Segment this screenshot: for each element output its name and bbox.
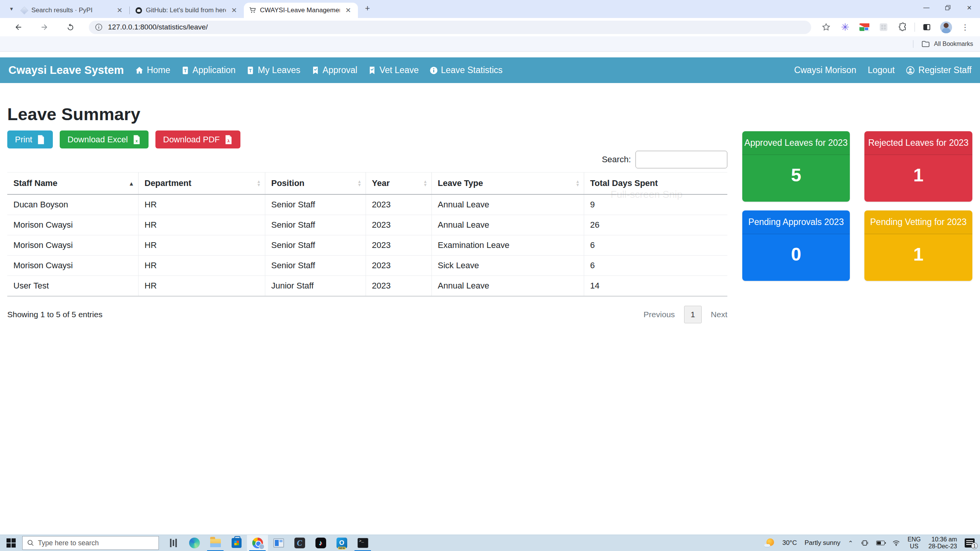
task-view-button[interactable]	[163, 535, 184, 551]
tab-leave-management[interactable]: CWAYSI-Leave Management ✕	[244, 3, 358, 18]
download-pdf-button[interactable]: Download PDF λ	[155, 130, 240, 148]
close-icon[interactable]: ✕	[115, 6, 124, 15]
column-header-department[interactable]: Department▲▼	[138, 173, 265, 194]
next-page-button[interactable]: Next	[711, 310, 727, 319]
taskbar-file-explorer[interactable]	[205, 535, 226, 551]
language-indicator[interactable]: ENGUS	[908, 536, 921, 550]
nav-item-vet-leave[interactable]: Vet Leave	[368, 65, 418, 75]
table-row[interactable]: Morison Cwaysi HR Senior Staff 2023 Exam…	[7, 235, 727, 255]
site-info-icon[interactable]	[95, 23, 103, 31]
all-bookmarks-label[interactable]: All Bookmarks	[934, 41, 973, 47]
previous-page-button[interactable]: Previous	[644, 310, 675, 319]
tab-title: GitHub: Let's build from here · G	[146, 7, 226, 14]
table-row[interactable]: Ducan Boyson HR Senior Staff 2023 Annual…	[7, 194, 727, 215]
card-value: 0	[742, 234, 850, 281]
column-header-total-days[interactable]: Total Days Spent	[584, 173, 727, 194]
extensions-puzzle-icon[interactable]	[896, 21, 909, 34]
url-text[interactable]: 127.0.0.1:8000/statistics/leave/	[108, 23, 208, 31]
cell-total-days: 6	[584, 235, 727, 255]
restore-icon[interactable]	[937, 0, 959, 15]
taskbar-search-input[interactable]	[38, 539, 145, 547]
nav-register-staff[interactable]: Register Staff	[906, 65, 972, 75]
close-icon[interactable]: ✕	[230, 6, 238, 15]
document-icon	[37, 135, 45, 145]
sort-asc-icon: ▲	[129, 180, 134, 186]
pypi-cube-icon	[21, 7, 28, 14]
taskbar-search[interactable]	[22, 536, 159, 550]
bookmark-check-icon	[368, 66, 376, 75]
bookmarks-divider	[913, 40, 913, 48]
taskbar-store[interactable]	[226, 535, 247, 551]
table-search-input[interactable]	[635, 151, 727, 168]
card-title: Pending Vetting for 2023	[864, 210, 972, 234]
nav-label: Application	[193, 65, 236, 75]
clock[interactable]: 10:36 am 28-Dec-23	[928, 536, 957, 550]
nav-item-application[interactable]: T Application	[181, 65, 236, 75]
extension-disabled-icon[interactable]	[877, 21, 890, 34]
nav-label: Leave Statistics	[441, 65, 503, 75]
table-row[interactable]: User Test HR Junior Staff 2023 Annual Le…	[7, 276, 727, 296]
nav-item-home[interactable]: Home	[135, 65, 170, 75]
cast-icon[interactable]	[861, 540, 869, 546]
cell-department: HR	[138, 255, 265, 276]
pending-vetting-card: Pending Vetting for 2023 1	[864, 210, 972, 281]
forward-icon[interactable]	[38, 20, 51, 34]
tray-chevron-up-icon[interactable]: ⌃	[848, 540, 853, 547]
side-panel-icon[interactable]	[920, 21, 933, 34]
info-circle-icon	[430, 66, 438, 75]
print-button[interactable]: Print	[7, 130, 53, 148]
chrome-icon	[252, 538, 263, 548]
battery-icon[interactable]	[876, 541, 885, 545]
column-header-leave-type[interactable]: Leave Type▲▼	[431, 173, 584, 194]
taskbar-terminal[interactable]: >_	[352, 535, 373, 551]
extension-translate-icon[interactable]	[858, 21, 871, 34]
column-header-staff-name[interactable]: Staff Name▲	[7, 173, 138, 194]
nav-item-leave-statistics[interactable]: Leave Statistics	[430, 65, 503, 75]
nav-item-approval[interactable]: Approval	[311, 65, 358, 75]
taskbar-c-app[interactable]: C	[289, 535, 310, 551]
close-window-icon[interactable]: ✕	[959, 0, 980, 15]
start-button[interactable]	[0, 535, 22, 551]
minimize-icon[interactable]: ―	[916, 0, 937, 15]
taskbar-tiktok[interactable]: ♪	[310, 535, 331, 551]
current-page-button[interactable]: 1	[684, 306, 702, 323]
cell-year: 2023	[366, 255, 431, 276]
extension-purple-icon[interactable]: ✳	[839, 21, 852, 34]
column-header-year[interactable]: Year▲▼	[366, 173, 431, 194]
pdf-file-icon: λ	[224, 135, 233, 145]
taskbar-window-app[interactable]	[268, 535, 289, 551]
app-brand[interactable]: Cwaysi Leave System	[8, 64, 124, 77]
cell-total-days: 14	[584, 276, 727, 296]
nav-item-my-leaves[interactable]: T My Leaves	[246, 65, 300, 75]
weather-icon[interactable]	[764, 538, 775, 548]
taskbar-edge[interactable]	[184, 535, 205, 551]
column-header-position[interactable]: Position▲▼	[265, 173, 366, 194]
taskbar-outlook[interactable]: ONEW	[331, 535, 352, 551]
tab-github[interactable]: GitHub: Let's build from here · G ✕	[130, 3, 244, 18]
tray-condition[interactable]: Partly sunny	[805, 539, 841, 547]
pending-approvals-card: Pending Approvals 2023 0	[742, 210, 850, 281]
notification-center-icon[interactable]: 1	[965, 538, 975, 548]
taskbar-chrome[interactable]	[247, 535, 268, 551]
bookmark-star-icon[interactable]	[820, 21, 833, 34]
leave-summary-table: Staff Name▲ Department▲▼ Position▲▼ Year…	[7, 172, 727, 297]
browser-menu-icon[interactable]: ⋮	[959, 21, 972, 34]
cell-year: 2023	[366, 215, 431, 235]
nav-user-name[interactable]: Cwaysi Morison	[794, 65, 856, 75]
download-excel-button[interactable]: Download Excel x	[60, 130, 149, 148]
nav-logout[interactable]: Logout	[868, 65, 895, 75]
wifi-icon[interactable]	[892, 540, 900, 546]
close-icon[interactable]: ✕	[344, 6, 353, 15]
sort-icon: ▲▼	[257, 179, 261, 187]
address-bar[interactable]: 127.0.0.1:8000/statistics/leave/	[89, 21, 811, 34]
tray-temperature[interactable]: 30°C	[782, 539, 797, 547]
back-icon[interactable]	[11, 20, 25, 34]
cell-staff-name: User Test	[7, 276, 138, 296]
profile-avatar[interactable]	[939, 21, 952, 34]
search-label: Search:	[602, 155, 631, 165]
tab-pypi[interactable]: Search results · PyPI ✕	[15, 3, 129, 18]
new-tab-icon[interactable]: +	[362, 3, 373, 14]
table-row[interactable]: Morison Cwaysi HR Senior Staff 2023 Annu…	[7, 215, 727, 235]
refresh-icon[interactable]	[64, 20, 77, 34]
table-row[interactable]: Morison Cwaysi HR Senior Staff 2023 Sick…	[7, 255, 727, 276]
